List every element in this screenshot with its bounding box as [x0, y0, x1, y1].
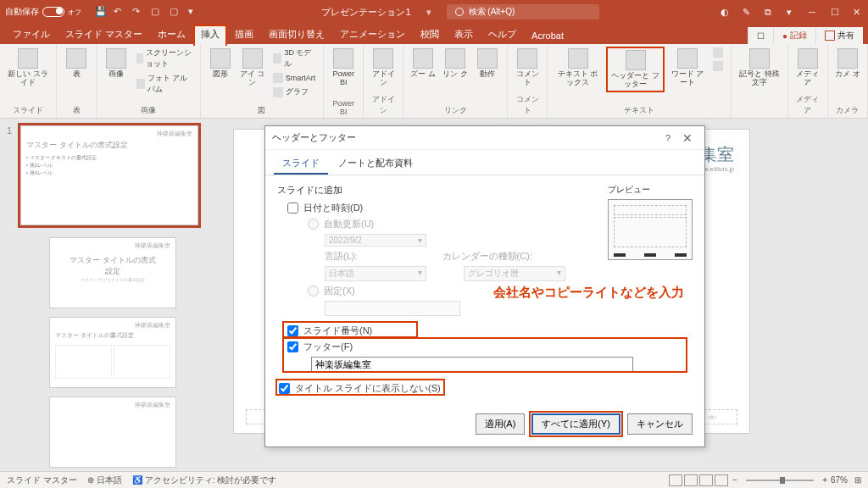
slideshow-view-icon[interactable] [715, 474, 728, 486]
normal-view-icon[interactable] [669, 474, 682, 486]
ribbon-icon [242, 48, 263, 69]
ribbon-button[interactable]: 新しい スライド [5, 47, 51, 89]
tab-view[interactable]: 表示 [447, 25, 481, 44]
ribbon-icon [413, 48, 433, 69]
cancel-button[interactable]: キャンセル [627, 413, 693, 435]
zoom-in-icon[interactable]: + [822, 475, 827, 485]
close-icon[interactable]: ✕ [853, 7, 863, 17]
status-accessibility[interactable]: ♿ アクセシビリティ: 検討が必要です [132, 474, 277, 486]
window-icon[interactable]: ⧉ [765, 7, 775, 17]
ribbon-small-button[interactable] [710, 47, 726, 58]
autosave-state: オフ [68, 8, 81, 17]
ribbon-small-button[interactable]: フォト アルバム [134, 72, 194, 96]
dialog-help-icon[interactable]: ? [665, 133, 670, 143]
tab-draw[interactable]: 描画 [227, 25, 261, 44]
tab-home[interactable]: ホーム [150, 25, 193, 44]
apply-all-button[interactable]: すべてに適用(Y) [531, 413, 620, 435]
ribbon-button[interactable]: アドイ ン [369, 47, 398, 89]
qat-dropdown-icon[interactable]: ▾ [188, 6, 200, 18]
tab-help[interactable]: ヘルプ [481, 25, 524, 44]
tab-acrobat[interactable]: Acrobat [524, 28, 571, 44]
notitle-checkbox[interactable] [279, 383, 290, 394]
qat-icon[interactable]: ▢ [170, 6, 181, 18]
ribbon-button[interactable]: ズー ム [409, 47, 437, 80]
footer-checkbox[interactable] [287, 341, 298, 352]
tab-insert[interactable]: 挿入 [193, 25, 227, 46]
dialog-tab-notes[interactable]: ノートと配布資料 [330, 153, 421, 175]
record-button[interactable]: ● 記録 [773, 27, 815, 44]
datetime-checkbox[interactable] [287, 202, 298, 214]
zoom-out-icon[interactable]: − [732, 475, 737, 485]
search-icon [455, 8, 464, 16]
search-placeholder: 検索 (Alt+Q) [469, 6, 515, 18]
qat-icon[interactable]: ▢ [151, 6, 163, 18]
ribbon-small-button[interactable]: スクリーンショット [134, 47, 194, 70]
slidenumber-label: スライド番号(N) [303, 324, 372, 337]
dialog-close-button[interactable]: ✕ [677, 131, 698, 145]
ribbon-icon [837, 48, 858, 69]
autosave[interactable]: 自動保存 オフ [5, 6, 81, 18]
tab-transitions[interactable]: 画面切り替え [261, 25, 332, 44]
ribbon-button[interactable]: 動作 [473, 47, 502, 80]
slidenumber-checkbox[interactable] [287, 325, 298, 336]
ribbon-button[interactable]: 図形 [206, 47, 235, 80]
date-select: 2022/9/2▾ [325, 234, 426, 247]
window-icon[interactable]: ✎ [743, 7, 753, 17]
autoupdate-label: 自動更新(U) [324, 218, 374, 230]
ribbon-button[interactable]: 画像 [102, 47, 131, 80]
comments-button-top[interactable]: ☐ [748, 27, 773, 44]
dialog-tab-slide[interactable]: スライド [274, 153, 328, 175]
fit-window-icon[interactable]: ⊞ [854, 475, 861, 485]
reading-view-icon[interactable] [699, 474, 713, 486]
ribbon: 新しい スライドスライド表表画像スクリーンショットフォト アルバム画像図形アイ … [0, 44, 868, 119]
tab-slide-master[interactable]: スライド マスター [58, 25, 150, 44]
autosave-toggle[interactable] [42, 7, 64, 17]
sorter-view-icon[interactable] [684, 474, 698, 486]
ribbon-button[interactable]: カメ オ [833, 47, 862, 80]
ribbon-button[interactable]: ヘッダーと フッター [606, 47, 665, 92]
zoom-slider[interactable] [746, 480, 814, 481]
autosave-label: 自動保存 [5, 6, 39, 18]
ribbon-button[interactable]: 表 [62, 47, 91, 80]
ribbon-icon [106, 48, 126, 69]
ribbon-button[interactable]: メディ ア [793, 47, 822, 89]
ribbon-button[interactable]: アイ コン [238, 47, 267, 89]
status-mode: スライド マスター [7, 474, 77, 486]
zoom-level[interactable]: 67% [831, 475, 848, 485]
ribbon-icon [477, 48, 498, 69]
quick-access-toolbar: 💾 ↶ ↷ ▢ ▢ ▾ [95, 6, 200, 18]
ribbon-button[interactable]: テキスト ボックス [553, 47, 603, 89]
maximize-icon[interactable]: ☐ [831, 7, 841, 17]
tab-file[interactable]: ファイル [5, 25, 58, 44]
master-thumb-1[interactable]: 神楽坂編集室 マスター タイトルの書式設定 • マスター テキストの書式設定 •… [20, 125, 198, 225]
ribbon-small-button[interactable]: SmartArt [270, 72, 319, 84]
ribbon-button[interactable]: リン ク [441, 47, 470, 80]
user-icon[interactable]: ◐ [721, 7, 731, 17]
ribbon-button[interactable]: コメン ト [513, 47, 542, 89]
fixed-input [325, 301, 460, 316]
dialog-preview: プレビュー [608, 184, 693, 260]
layout-thumb-2[interactable]: 神楽坂編集室 マスター タイトルの書式 設定 マスター サブタイトルの書式設定 [49, 237, 176, 308]
redo-icon[interactable]: ↷ [132, 6, 144, 18]
minimize-icon[interactable]: ─ [809, 7, 819, 17]
undo-icon[interactable]: ↶ [114, 6, 125, 18]
tab-review[interactable]: 校閲 [413, 25, 447, 44]
ribbon-button[interactable]: 記号と 特殊文字 [737, 47, 782, 89]
search-box[interactable]: 検索 (Alt+Q) [447, 4, 599, 19]
tab-animations[interactable]: アニメーション [332, 25, 413, 44]
ribbon-icon [626, 50, 646, 70]
ribbon-small-button[interactable]: グラフ [270, 86, 319, 98]
share-button[interactable]: 共有 [815, 27, 863, 44]
status-lang[interactable]: ⊕ 日本語 [87, 474, 122, 486]
footer-input[interactable] [311, 357, 633, 372]
apply-button[interactable]: 適用(A) [476, 413, 526, 435]
thumbnail-panel[interactable]: 1 神楽坂編集室 マスター タイトルの書式設定 • マスター テキストの書式設定… [0, 119, 208, 471]
ribbon-small-button[interactable]: 3D モデル [270, 47, 319, 70]
ribbon-button[interactable]: ワード アート [668, 47, 707, 89]
layout-thumb-3[interactable]: 神楽坂編集室 マスター タイトルの書式設定 [49, 317, 176, 388]
ribbon-button[interactable]: Power BI [329, 47, 358, 89]
save-icon[interactable]: 💾 [95, 6, 107, 18]
ribbon-small-button[interactable] [710, 60, 726, 72]
ribbon-options-icon[interactable]: ▾ [787, 7, 797, 17]
layout-thumb-4[interactable]: 神楽坂編集室 [49, 396, 176, 468]
